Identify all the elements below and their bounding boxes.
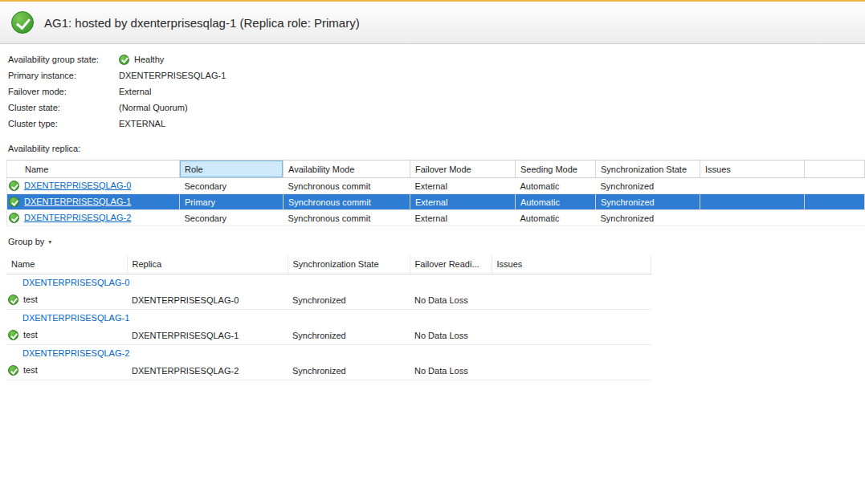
failover-mode-label: Failover mode: — [8, 87, 119, 96]
replica-row[interactable]: DXENTERPRISESQLAG-2 Secondary Synchronou… — [7, 210, 865, 226]
replica-row[interactable]: DXENTERPRISESQLAG-1 Primary Synchronous … — [7, 194, 865, 210]
database-failover-readiness-cell: No Data Loss — [410, 291, 492, 309]
dashboard-header: AG1: hosted by dxenterprisesqlag-1 (Repl… — [0, 2, 865, 44]
column-header-replica[interactable]: Replica — [127, 255, 288, 274]
availability-group-title: AG1: hosted by dxenterprisesqlag-1 (Repl… — [44, 16, 360, 30]
column-header-availability-mode[interactable]: Availability Mode — [284, 161, 410, 178]
database-issues-cell — [492, 362, 651, 380]
replica-sync-state-cell: Synchronized — [596, 194, 700, 210]
replica-role-cell: Primary — [180, 194, 284, 210]
replica-name-link[interactable]: DXENTERPRISESQLAG-2 — [24, 213, 131, 222]
column-header-issues[interactable]: Issues — [700, 161, 805, 178]
column-header-role[interactable]: Role — [180, 161, 284, 178]
replica-failover-mode-cell: External — [410, 194, 516, 210]
replica-sync-state-cell: Synchronized — [596, 210, 700, 226]
group-state-label: Availability group state: — [8, 55, 119, 64]
column-header-synchronization-state[interactable]: Synchronization State — [596, 161, 700, 178]
database-name: test — [23, 295, 38, 304]
database-name: test — [23, 330, 38, 339]
database-replica-cell: DXENTERPRISESQLAG-0 — [127, 291, 288, 309]
database-row[interactable]: test DXENTERPRISESQLAG-2 Synchronized No… — [6, 362, 651, 380]
health-ok-icon — [119, 55, 129, 65]
database-issues-cell — [492, 327, 651, 344]
replica-issues-cell — [700, 194, 805, 210]
replica-availability-mode-cell: Synchronous commit — [284, 178, 410, 194]
database-group-row[interactable]: DXENTERPRISESQLAG-0 — [6, 274, 651, 291]
replica-availability-mode-cell: Synchronous commit — [284, 194, 410, 210]
database-replica-cell: DXENTERPRISESQLAG-2 — [127, 362, 288, 380]
replica-failover-mode-cell: External — [410, 210, 516, 226]
replicas-header-row: Name Role Availability Mode Failover Mod… — [7, 161, 865, 178]
column-header-failover-readiness[interactable]: Failover Readi... — [410, 255, 492, 274]
replica-filler-cell — [805, 178, 865, 194]
column-header-seeding-mode[interactable]: Seeding Mode — [516, 161, 596, 178]
database-group-link[interactable]: DXENTERPRISESQLAG-1 — [22, 313, 129, 323]
replica-name-link[interactable]: DXENTERPRISESQLAG-1 — [24, 197, 131, 206]
status-row-cluster-state: Cluster state: (Normal Quorum) — [8, 100, 865, 116]
database-row[interactable]: test DXENTERPRISESQLAG-0 Synchronized No… — [6, 291, 651, 309]
status-row-primary-instance: Primary instance: DXENTERPRISESQLAG-1 — [8, 67, 865, 83]
replica-filler-cell — [805, 194, 865, 210]
health-ok-icon — [9, 181, 19, 191]
health-ok-icon — [11, 11, 34, 34]
database-sync-state-cell: Synchronized — [288, 362, 410, 380]
status-row-failover-mode: Failover mode: External — [8, 83, 865, 100]
column-header-name[interactable]: Name — [7, 161, 180, 178]
replica-seeding-mode-cell: Automatic — [516, 194, 596, 210]
replica-issues-cell — [700, 210, 805, 226]
database-sync-state-cell: Synchronized — [288, 327, 410, 344]
cluster-type-label: Cluster type: — [8, 119, 119, 128]
replica-seeding-mode-cell: Automatic — [516, 178, 596, 194]
replica-role-cell: Secondary — [180, 210, 284, 226]
column-header-filler — [805, 161, 865, 178]
group-state-value: Healthy — [134, 55, 164, 64]
database-group-link[interactable]: DXENTERPRISESQLAG-2 — [22, 348, 129, 358]
column-header-synchronization-state[interactable]: Synchronization State — [288, 255, 410, 274]
status-row-group-state: Availability group state: Healthy — [8, 51, 865, 67]
failover-mode-value: External — [119, 87, 151, 96]
health-ok-icon — [8, 295, 18, 305]
availability-replica-section-label: Availability replica: — [8, 144, 865, 153]
cluster-state-label: Cluster state: — [8, 103, 119, 112]
replica-row[interactable]: DXENTERPRISESQLAG-0 Secondary Synchronou… — [7, 178, 865, 194]
database-sync-state-cell: Synchronized — [288, 291, 410, 309]
primary-instance-value: DXENTERPRISESQLAG-1 — [119, 71, 226, 80]
replica-seeding-mode-cell: Automatic — [516, 210, 596, 226]
health-ok-icon — [9, 213, 19, 223]
cluster-state-value: (Normal Quorum) — [119, 103, 188, 112]
column-header-name[interactable]: Name — [6, 255, 127, 274]
replica-failover-mode-cell: External — [410, 178, 516, 194]
column-header-failover-mode[interactable]: Failover Mode — [410, 161, 516, 178]
databases-table: Name Replica Synchronization State Failo… — [6, 255, 651, 380]
chevron-down-icon: ▾ — [48, 238, 51, 246]
health-ok-icon — [8, 365, 18, 376]
database-failover-readiness-cell: No Data Loss — [410, 327, 492, 344]
database-failover-readiness-cell: No Data Loss — [410, 362, 492, 380]
primary-instance-label: Primary instance: — [8, 71, 119, 80]
health-ok-icon — [8, 330, 18, 340]
replica-issues-cell — [700, 178, 805, 194]
column-header-issues[interactable]: Issues — [492, 255, 651, 274]
group-by-dropdown[interactable]: Group by ▾ — [8, 237, 51, 246]
health-ok-icon — [9, 197, 19, 207]
status-row-cluster-type: Cluster type: EXTERNAL — [8, 116, 865, 132]
database-issues-cell — [492, 291, 651, 309]
database-name: test — [23, 365, 38, 375]
replica-availability-mode-cell: Synchronous commit — [284, 210, 410, 226]
cluster-type-value: EXTERNAL — [119, 119, 165, 128]
status-summary: Availability group state: Healthy Primar… — [0, 44, 865, 132]
database-group-row[interactable]: DXENTERPRISESQLAG-2 — [6, 344, 651, 362]
replica-role-cell: Secondary — [180, 178, 284, 194]
replica-filler-cell — [805, 210, 865, 226]
database-group-link[interactable]: DXENTERPRISESQLAG-0 — [22, 278, 129, 287]
replica-sync-state-cell: Synchronized — [596, 178, 700, 194]
databases-header-row: Name Replica Synchronization State Failo… — [6, 255, 651, 274]
group-by-label: Group by — [8, 237, 44, 246]
replicas-table: Name Role Availability Mode Failover Mod… — [6, 160, 865, 226]
replica-name-link[interactable]: DXENTERPRISESQLAG-0 — [24, 181, 131, 190]
database-row[interactable]: test DXENTERPRISESQLAG-1 Synchronized No… — [6, 327, 651, 344]
database-group-row[interactable]: DXENTERPRISESQLAG-1 — [6, 309, 651, 327]
database-replica-cell: DXENTERPRISESQLAG-1 — [127, 327, 288, 344]
